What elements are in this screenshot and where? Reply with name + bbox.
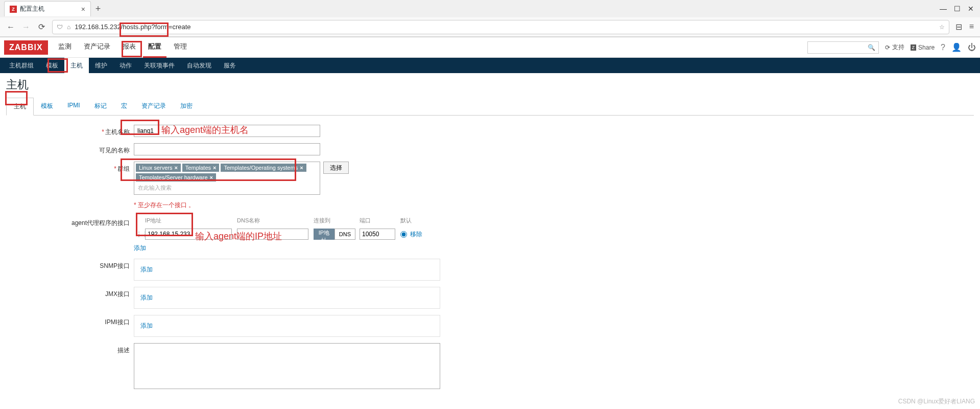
add-snmp-interface-link[interactable]: 添加 bbox=[140, 266, 153, 273]
select-groups-button[interactable]: 选择 bbox=[323, 162, 349, 174]
remove-tag-icon[interactable]: × bbox=[300, 165, 303, 171]
nav-inventory[interactable]: 资产记录 bbox=[79, 37, 115, 58]
reload-icon[interactable]: ⟳ bbox=[37, 22, 46, 32]
nav-monitoring[interactable]: 监测 bbox=[53, 37, 77, 58]
agent-port-input[interactable] bbox=[360, 229, 395, 240]
tab-macros[interactable]: 宏 bbox=[114, 98, 134, 115]
subnav-templates[interactable]: 模板 bbox=[40, 58, 64, 74]
label-host-name: *主机名称 bbox=[6, 125, 134, 137]
nav-admin[interactable]: 管理 bbox=[169, 37, 192, 58]
groups-placeholder: 在此输入搜索 bbox=[136, 183, 318, 193]
window-maximize-icon[interactable]: ☐ bbox=[954, 5, 961, 13]
menu-icon[interactable]: ≡ bbox=[969, 22, 974, 32]
connect-ip-button[interactable]: IP地址 bbox=[314, 229, 334, 240]
window-close-icon[interactable]: ✕ bbox=[968, 5, 974, 13]
global-search[interactable]: 🔍 bbox=[807, 41, 879, 54]
label-groups: *群组 bbox=[6, 162, 134, 195]
agent-interface-row: ⋮⋮ IP地址 DNS 移除 bbox=[134, 228, 440, 241]
star-icon[interactable]: ☆ bbox=[939, 24, 945, 31]
url-input[interactable] bbox=[75, 23, 935, 31]
label-ipmi-interface: IPMI接口 bbox=[6, 315, 134, 337]
remove-tag-icon[interactable]: × bbox=[210, 174, 213, 180]
col-connect: 连接到 bbox=[312, 216, 357, 225]
label-description: 描述 bbox=[6, 343, 134, 391]
tab-encryption[interactable]: 加密 bbox=[173, 98, 200, 115]
connect-dns-button[interactable]: DNS bbox=[334, 229, 355, 240]
share-link[interactable]: Z Share bbox=[911, 44, 935, 51]
default-interface-radio[interactable] bbox=[400, 231, 407, 238]
description-textarea[interactable] bbox=[134, 343, 440, 389]
zabbix-logo[interactable]: ZABBIX bbox=[4, 40, 48, 55]
nav-reports[interactable]: 报表 bbox=[117, 37, 141, 58]
col-port: 端口 bbox=[357, 216, 398, 225]
lock-open-icon: ⌂ bbox=[67, 24, 70, 31]
form-tabs: 主机 模板 IPMI 标记 宏 资产记录 加密 bbox=[6, 98, 974, 116]
watermark: CSDN @Linux爱好者LIANG bbox=[898, 397, 975, 401]
zabbix-favicon: Z bbox=[10, 6, 17, 13]
ipmi-interface-box: 添加 bbox=[134, 315, 440, 337]
new-tab-button[interactable]: + bbox=[91, 4, 105, 14]
window-minimize-icon[interactable]: — bbox=[940, 5, 947, 13]
logout-icon[interactable]: ⏻ bbox=[968, 43, 976, 52]
remove-tag-icon[interactable]: × bbox=[213, 165, 216, 171]
groups-multiselect[interactable]: Linux servers × Templates × Templates/Op… bbox=[134, 162, 320, 195]
tab-inventory[interactable]: 资产记录 bbox=[134, 98, 173, 115]
page-title: 主机 bbox=[6, 77, 974, 93]
add-ipmi-interface-link[interactable]: 添加 bbox=[140, 322, 153, 329]
agent-ip-input[interactable] bbox=[145, 229, 232, 240]
tab-tags[interactable]: 标记 bbox=[87, 98, 114, 115]
tab-title: 配置主机 bbox=[20, 5, 44, 13]
host-name-input[interactable] bbox=[134, 125, 320, 137]
col-dns: DNS名称 bbox=[235, 216, 312, 225]
subnav-actions[interactable]: 动作 bbox=[113, 58, 138, 74]
nav-configuration[interactable]: 配置 bbox=[143, 37, 166, 58]
main-nav: 监测 资产记录 报表 配置 管理 bbox=[53, 37, 192, 58]
search-icon[interactable]: 🔍 bbox=[868, 44, 875, 51]
tab-templates[interactable]: 模板 bbox=[34, 98, 60, 115]
subnav-services[interactable]: 服务 bbox=[218, 58, 242, 74]
group-tag[interactable]: Linux servers × bbox=[136, 164, 181, 172]
tab-host[interactable]: 主机 bbox=[6, 98, 34, 116]
shield-icon: 🛡 bbox=[57, 24, 63, 31]
interface-error-msg: * 至少存在一个接口 。 bbox=[134, 201, 195, 209]
browser-tab[interactable]: Z 配置主机 × bbox=[4, 1, 91, 16]
visible-name-input[interactable] bbox=[134, 143, 320, 155]
add-jmx-interface-link[interactable]: 添加 bbox=[140, 294, 153, 301]
jmx-interface-box: 添加 bbox=[134, 287, 440, 309]
group-tag[interactable]: Templates × bbox=[182, 164, 220, 172]
group-tag[interactable]: Templates/Operating systems × bbox=[221, 164, 306, 172]
connect-to-toggle[interactable]: IP地址 DNS bbox=[314, 229, 355, 240]
forward-icon[interactable]: → bbox=[21, 22, 31, 32]
close-tab-icon[interactable]: × bbox=[81, 5, 85, 13]
search-input[interactable] bbox=[811, 44, 868, 51]
label-visible-name: 可见的名称 bbox=[6, 143, 134, 155]
remove-tag-icon[interactable]: × bbox=[174, 165, 177, 171]
subnav-maintenance[interactable]: 维护 bbox=[89, 58, 113, 74]
subnav-correlation[interactable]: 关联项事件 bbox=[138, 58, 181, 74]
address-bar[interactable]: 🛡 ⌂ ☆ bbox=[52, 20, 949, 34]
snmp-interface-box: 添加 bbox=[134, 259, 440, 281]
label-agent-interface: agent代理程序的接口 bbox=[6, 216, 134, 253]
tab-ipmi[interactable]: IPMI bbox=[60, 98, 87, 115]
add-agent-interface-link[interactable]: 添加 bbox=[134, 244, 146, 253]
help-icon[interactable]: ? bbox=[941, 43, 945, 52]
agent-dns-input[interactable] bbox=[237, 229, 308, 240]
col-ip: IP地址 bbox=[143, 216, 235, 225]
label-jmx-interface: JMX接口 bbox=[6, 287, 134, 309]
support-link[interactable]: ⟳ 支持 bbox=[885, 43, 904, 52]
col-default: 默认 bbox=[398, 216, 429, 225]
pocket-icon[interactable]: ⊟ bbox=[955, 22, 962, 32]
sub-nav: 主机群组 模板 主机 维护 动作 关联项事件 自动发现 服务 bbox=[0, 58, 980, 73]
remove-interface-link[interactable]: 移除 bbox=[410, 230, 422, 239]
user-icon[interactable]: 👤 bbox=[951, 42, 962, 52]
subnav-hosts[interactable]: 主机 bbox=[64, 58, 89, 74]
back-icon[interactable]: ← bbox=[6, 22, 15, 32]
label-snmp-interface: SNMP接口 bbox=[6, 259, 134, 281]
subnav-discovery[interactable]: 自动发现 bbox=[181, 58, 218, 74]
subnav-hostgroups[interactable]: 主机群组 bbox=[3, 58, 40, 74]
group-tag[interactable]: Templates/Server hardware × bbox=[136, 173, 216, 181]
agent-interface-grid: IP地址 DNS名称 连接到 端口 默认 ⋮⋮ IP地址 DNS bbox=[134, 216, 440, 253]
